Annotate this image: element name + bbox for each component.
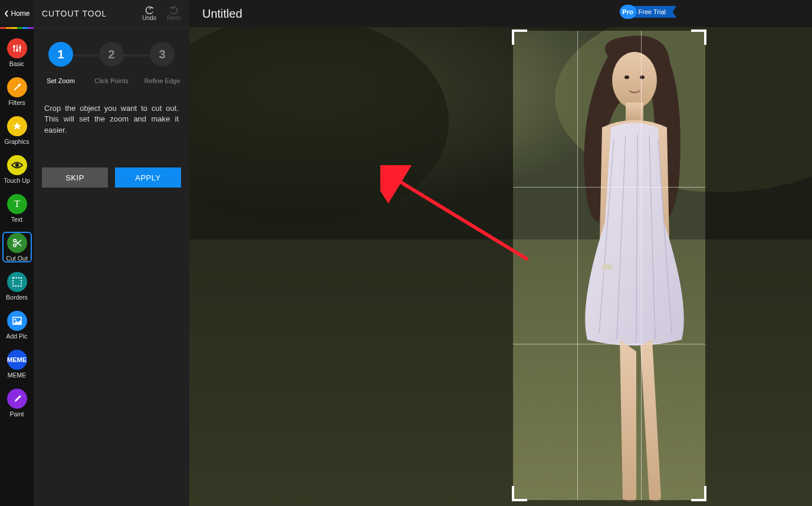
pro-label: Pro bbox=[620, 5, 636, 19]
nav-label: Text bbox=[11, 216, 22, 223]
nav-item-paint[interactable]: Paint bbox=[2, 387, 32, 418]
nav-label: MEME bbox=[8, 372, 27, 379]
text-icon: T bbox=[7, 194, 27, 214]
nav-label: Borders bbox=[6, 294, 28, 301]
grid-line bbox=[513, 344, 705, 344]
brush-icon bbox=[7, 389, 27, 409]
crop-handle-tl[interactable] bbox=[512, 29, 527, 45]
star-icon bbox=[7, 116, 27, 136]
nav-label: Basic bbox=[9, 60, 25, 67]
undo-label: Undo bbox=[142, 15, 156, 21]
step-number: 1 bbox=[48, 42, 73, 67]
nav-label: Touch Up bbox=[4, 177, 29, 184]
nav-item-text[interactable]: TText bbox=[2, 193, 32, 224]
frame-icon bbox=[7, 272, 27, 292]
pro-trial-badge[interactable]: Pro Free Trial bbox=[620, 5, 676, 19]
nav-label: Filters bbox=[8, 99, 25, 106]
grid-line bbox=[641, 31, 642, 500]
nav-item-cut-out[interactable]: Cut Out bbox=[2, 232, 32, 262]
nav-label: Add Pic bbox=[6, 333, 27, 340]
step-label: Click Points bbox=[94, 77, 128, 84]
canvas-image bbox=[189, 27, 812, 506]
scissors-icon bbox=[7, 233, 27, 253]
eye-icon bbox=[7, 155, 27, 175]
sliders-icon bbox=[7, 38, 27, 58]
step-3[interactable]: 3Refine Edge bbox=[143, 42, 181, 84]
svg-marker-7 bbox=[13, 122, 21, 130]
apply-button[interactable]: APPLY bbox=[115, 167, 181, 188]
chevron-left-icon bbox=[4, 9, 9, 18]
svg-point-5 bbox=[19, 47, 21, 49]
skip-button[interactable]: SKIP bbox=[42, 167, 108, 188]
crop-box[interactable] bbox=[513, 31, 705, 500]
crop-handle-tr[interactable] bbox=[691, 29, 706, 45]
svg-text:MEME: MEME bbox=[7, 356, 27, 363]
svg-point-16 bbox=[14, 319, 16, 321]
redo-icon bbox=[168, 6, 180, 14]
crop-handle-br[interactable] bbox=[691, 486, 706, 501]
svg-point-3 bbox=[13, 45, 15, 48]
svg-text:T: T bbox=[14, 199, 20, 209]
document-title: Untitled bbox=[202, 7, 242, 21]
nav-item-borders[interactable]: Borders bbox=[2, 271, 32, 301]
redo-label: Redo bbox=[167, 15, 181, 21]
nav-item-filters[interactable]: Filters bbox=[2, 76, 32, 107]
home-label: Home bbox=[11, 9, 29, 18]
meme-icon: MEME bbox=[7, 350, 27, 370]
nav-label: Graphics bbox=[4, 138, 29, 145]
svg-rect-14 bbox=[13, 278, 21, 286]
svg-rect-19 bbox=[189, 239, 812, 506]
step-number: 2 bbox=[99, 42, 124, 67]
home-button[interactable]: Home bbox=[0, 0, 34, 27]
wand-icon bbox=[7, 77, 27, 97]
svg-point-8 bbox=[15, 163, 18, 167]
grid-line bbox=[513, 187, 705, 188]
nav-item-touch-up[interactable]: Touch Up bbox=[2, 154, 32, 185]
step-number: 3 bbox=[150, 42, 175, 67]
crop-handle-bl[interactable] bbox=[512, 486, 527, 501]
trial-label: Free Trial bbox=[630, 6, 676, 18]
nav-label: Cut Out bbox=[6, 255, 27, 262]
panel-description: Crop the object you want to cut out. Thi… bbox=[34, 84, 189, 136]
step-label: Set Zoom bbox=[47, 77, 75, 84]
step-1[interactable]: 1Set Zoom bbox=[42, 42, 80, 84]
nav-item-meme[interactable]: MEMEMEME bbox=[2, 349, 32, 379]
grid-line bbox=[577, 31, 578, 500]
nav-item-graphics[interactable]: Graphics bbox=[2, 115, 32, 146]
svg-point-4 bbox=[16, 49, 18, 51]
panel-title: CUTOUT TOOL bbox=[42, 9, 107, 18]
nav-item-add-pic[interactable]: Add Pic bbox=[2, 310, 32, 340]
nav-label: Paint bbox=[10, 410, 24, 418]
undo-icon bbox=[143, 6, 155, 14]
redo-button[interactable]: Redo bbox=[167, 6, 181, 21]
picture-icon bbox=[7, 311, 27, 331]
nav-item-basic[interactable]: Basic bbox=[2, 37, 32, 68]
undo-button[interactable]: Undo bbox=[142, 6, 156, 21]
canvas[interactable] bbox=[189, 27, 812, 506]
step-2[interactable]: 2Click Points bbox=[93, 42, 130, 84]
step-label: Refine Edge bbox=[144, 77, 180, 84]
